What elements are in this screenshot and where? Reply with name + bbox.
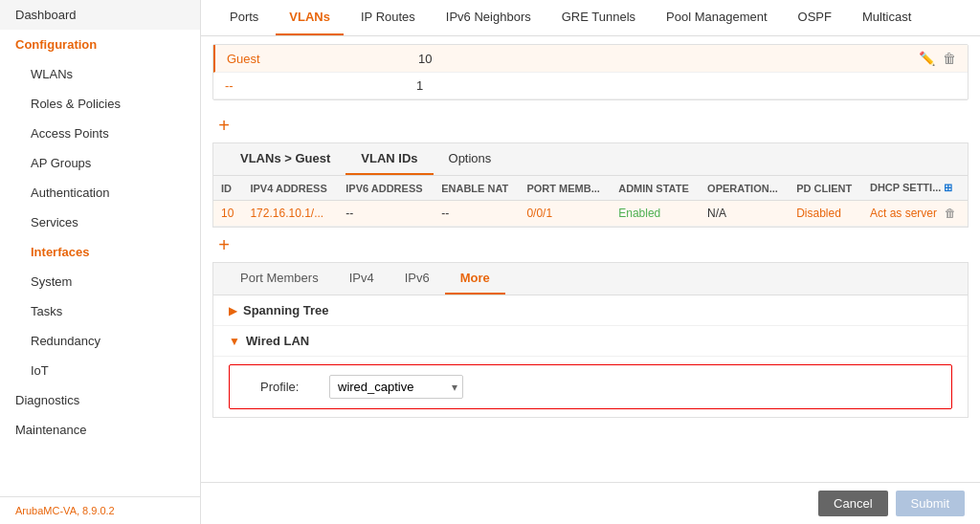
bottom-tab-port-members[interactable]: Port Members (225, 263, 334, 295)
sidebar: DashboardConfigurationWLANsRoles & Polic… (0, 0, 201, 524)
col-header-dhcp-setti: DHCP SETTI... ⊞ (862, 176, 968, 201)
sidebar-item-tasks[interactable]: Tasks (0, 296, 200, 326)
tab-gre-tunnels[interactable]: GRE Tunnels (548, 0, 649, 35)
vlan-name: Guest (227, 52, 418, 66)
sidebar-item-configuration[interactable]: Configuration (0, 30, 200, 59)
col-header-id: ID (213, 176, 242, 201)
bottom-section: Port MembersIPv4IPv6More ▶Spanning Tree▼… (212, 262, 969, 418)
delete-icon[interactable]: 🗑 (943, 51, 956, 66)
chevron-icon: ▼ (229, 335, 240, 348)
bottom-tabs: Port MembersIPv4IPv6More (213, 263, 968, 295)
version-label: ArubaMC-VA, 8.9.0.2 (0, 496, 200, 524)
col-header-ipv6-address: IPV6 ADDRESS (338, 176, 434, 201)
chevron-icon: ▶ (229, 304, 237, 317)
table-cell: N/A (700, 201, 789, 227)
table-cell: Enabled (611, 201, 700, 227)
vlan-list-row[interactable]: Guest10✏️🗑 (213, 45, 968, 73)
cancel-button[interactable]: Cancel (818, 491, 887, 516)
profile-select-wrapper: wired_captivewired_defaultwired_instant (329, 375, 463, 399)
vlan-name: -- (225, 78, 416, 93)
tab-ipv6-neighbors[interactable]: IPv6 Neighbors (433, 0, 545, 35)
content-area: Guest10✏️🗑--1 + VLANs > Guest VLAN IDsOp… (201, 36, 980, 482)
bottom-tab-more[interactable]: More (445, 263, 505, 295)
tab-ip-routes[interactable]: IP Routes (347, 0, 429, 35)
profile-select[interactable]: wired_captivewired_defaultwired_instant (329, 375, 463, 399)
sidebar-item-ap-groups[interactable]: AP Groups (0, 148, 200, 178)
expand-row-spanning-tree[interactable]: ▶Spanning Tree (213, 295, 968, 326)
table-cell: 172.16.10.1/... (242, 201, 338, 227)
col-header-port-memb: PORT MEMB... (519, 176, 611, 201)
vlan-list-row[interactable]: --1 (213, 73, 968, 99)
sub-tab-vlan-ids[interactable]: VLAN IDs (345, 143, 433, 175)
vlan-id: 1 (416, 78, 956, 93)
table-cell: 0/0/1 (519, 201, 611, 227)
grid-icon[interactable]: ⊞ (944, 182, 952, 193)
footer: Cancel Submit (201, 482, 980, 524)
edit-icon[interactable]: ✏️ (919, 51, 935, 66)
vlan-detail-table: IDIPV4 ADDRESSIPV6 ADDRESSENABLE NATPORT… (213, 176, 968, 227)
top-tabs: PortsVLANsIP RoutesIPv6 NeighborsGRE Tun… (201, 0, 980, 36)
add-vlan-button[interactable]: + (212, 114, 235, 137)
tab-ospf[interactable]: OSPF (785, 0, 845, 35)
main-content: PortsVLANsIP RoutesIPv6 NeighborsGRE Tun… (201, 0, 980, 524)
sidebar-item-roles-policies[interactable]: Roles & Policies (0, 89, 200, 119)
profile-row: Profile:wired_captivewired_defaultwired_… (229, 364, 952, 409)
sidebar-item-interfaces[interactable]: Interfaces (0, 237, 200, 267)
vlan-list: Guest10✏️🗑--1 (212, 44, 969, 100)
vlan-id: 10 (418, 52, 919, 66)
tab-vlans[interactable]: VLANs (276, 0, 344, 35)
table-cell: Act as server🗑 (862, 201, 968, 227)
sidebar-item-authentication[interactable]: Authentication (0, 178, 200, 207)
table-cell: -- (338, 201, 434, 227)
sidebar-item-dashboard[interactable]: Dashboard (0, 0, 200, 30)
vlan-breadcrumb: VLANs > Guest (225, 143, 345, 175)
submit-button[interactable]: Submit (896, 491, 965, 516)
tab-pool-management[interactable]: Pool Management (653, 0, 781, 35)
table-cell: -- (434, 201, 519, 227)
bottom-tab-ipv6[interactable]: IPv6 (390, 263, 445, 295)
table-cell: 10 (213, 201, 242, 227)
vlan-detail-section: VLANs > Guest VLAN IDsOptions IDIPV4 ADD… (212, 142, 969, 228)
col-header-enable-nat: ENABLE NAT (434, 176, 519, 201)
bottom-tab-ipv4[interactable]: IPv4 (334, 263, 390, 295)
profile-label: Profile: (260, 380, 318, 394)
expand-row-wired-lan[interactable]: ▼Wired LAN (213, 326, 968, 357)
sub-tab-options[interactable]: Options (434, 143, 507, 175)
col-header-ipv4-address: IPV4 ADDRESS (242, 176, 338, 201)
section-title: Spanning Tree (243, 303, 329, 317)
section-title: Wired LAN (246, 334, 309, 348)
sidebar-item-diagnostics[interactable]: Diagnostics (0, 385, 200, 415)
sidebar-item-iot[interactable]: IoT (0, 356, 200, 385)
sidebar-item-access-points[interactable]: Access Points (0, 119, 200, 148)
sidebar-item-system[interactable]: System (0, 267, 200, 296)
table-row[interactable]: 10172.16.10.1/...----0/0/1EnabledN/ADisa… (213, 201, 968, 227)
tab-multicast[interactable]: Multicast (849, 0, 924, 35)
col-header-operation: OPERATION... (700, 176, 789, 201)
col-header-admin-state: ADMIN STATE (611, 176, 700, 201)
tab-ports[interactable]: Ports (216, 0, 272, 35)
vlan-detail-tabs: VLANs > Guest VLAN IDsOptions (213, 143, 968, 176)
sidebar-item-redundancy[interactable]: Redundancy (0, 326, 200, 356)
add-vlan-id-button[interactable]: + (212, 233, 235, 256)
table-cell: Disabled (789, 201, 862, 227)
sidebar-item-wlans[interactable]: WLANs (0, 59, 200, 89)
row-delete-icon[interactable]: 🗑 (945, 207, 956, 220)
sidebar-item-maintenance[interactable]: Maintenance (0, 415, 200, 445)
sidebar-item-services[interactable]: Services (0, 207, 200, 237)
col-header-pd-client: PD CLIENT (789, 176, 862, 201)
